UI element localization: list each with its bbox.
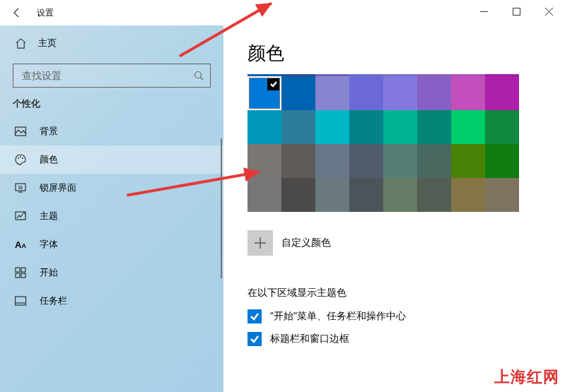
sidebar-item-5[interactable]: 开始 [0,259,223,287]
sidebar-item-0[interactable]: 背景 [0,117,223,145]
color-swatch[interactable] [281,76,315,110]
color-swatch[interactable] [315,76,349,110]
color-swatch[interactable] [485,76,519,110]
search-field[interactable] [22,70,193,81]
color-swatch[interactable] [281,178,315,212]
close-icon [545,8,553,16]
theme-icon [14,210,27,222]
color-swatch[interactable] [349,144,383,178]
sidebar-item-label: 颜色 [40,153,58,166]
sidebar-item-label: 锁屏界面 [40,182,76,194]
color-swatch[interactable] [315,178,349,212]
search-input[interactable] [13,64,211,88]
color-swatch[interactable] [451,178,485,212]
maximize-icon [513,8,520,16]
checkbox-1[interactable] [247,332,262,346]
watermark: 上海红网 [494,367,559,388]
custom-color-label: 自定义颜色 [281,237,331,249]
color-swatch[interactable] [383,110,417,144]
color-swatch[interactable] [247,76,281,110]
svg-rect-8 [16,184,25,191]
color-swatch[interactable] [451,76,485,110]
color-swatch[interactable] [451,144,485,178]
section-header: 个性化 [0,97,223,117]
svg-rect-16 [16,297,26,305]
picture-icon [14,125,27,138]
svg-point-7 [22,158,23,159]
svg-rect-13 [21,268,25,272]
window-title: 设置 [37,7,54,19]
plus-icon [254,237,267,249]
sidebar-item-3[interactable]: 主题 [0,202,223,230]
color-swatch[interactable] [315,144,349,178]
checkbox-label: "开始"菜单、任务栏和操作中心 [270,310,406,323]
svg-point-6 [20,156,21,158]
sidebar-item-label: 字体 [40,238,58,251]
color-swatch[interactable] [417,110,451,144]
content-area: 颜色 自定义颜色 在以下区域显示主题色 "开始"菜单、任务栏和操作中心标题栏和窗… [223,25,565,392]
sidebar-item-1[interactable]: 颜色 [0,145,223,174]
color-swatch[interactable] [247,144,281,178]
color-swatch[interactable] [349,178,383,212]
page-title: 颜色 [247,41,565,66]
color-swatch[interactable] [349,110,383,144]
svg-rect-14 [16,273,20,278]
sidebar-item-4[interactable]: AA字体 [0,230,223,259]
sidebar-item-2[interactable]: 锁屏界面 [0,174,223,202]
color-swatch[interactable] [349,76,383,110]
arrow-left-icon [11,7,23,18]
color-swatch[interactable] [451,110,485,144]
color-swatch[interactable] [485,110,519,144]
color-swatch[interactable] [247,110,281,144]
svg-rect-15 [21,273,25,278]
color-swatch[interactable] [417,178,451,212]
taskbar-icon [14,295,27,307]
minimize-button[interactable] [467,0,500,23]
home-icon [14,37,27,49]
back-button[interactable] [6,1,28,24]
home-label: 主页 [38,37,57,49]
sidebar-item-label: 开始 [40,266,58,279]
color-swatch[interactable] [281,144,315,178]
checkbox-label: 标题栏和窗口边框 [270,333,349,345]
sidebar-item-label: 背景 [40,125,58,138]
color-swatch[interactable] [315,110,349,144]
sidebar: 主页 个性化 背景颜色锁屏界面主题AA字体开始任务栏 [0,25,223,392]
search-icon [193,70,204,81]
svg-rect-12 [16,268,20,272]
font-icon: AA [14,238,27,251]
color-swatch-grid [247,76,565,212]
color-swatch[interactable] [417,144,451,178]
minimize-icon [480,8,488,16]
svg-point-2 [195,72,202,78]
color-swatch[interactable] [383,76,417,110]
lockscreen-icon [14,182,27,194]
color-swatch[interactable] [247,178,281,212]
color-swatch[interactable] [417,76,451,110]
custom-color-button[interactable] [247,230,273,256]
svg-rect-9 [19,186,22,189]
start-icon [14,266,27,279]
color-swatch[interactable] [281,110,315,144]
svg-line-3 [201,78,204,81]
sidebar-scrollbar[interactable] [221,138,222,278]
close-button[interactable] [532,0,565,23]
color-swatch[interactable] [485,178,519,212]
color-swatch[interactable] [383,178,417,212]
sidebar-item-label: 主题 [40,210,58,222]
sidebar-item-label: 任务栏 [40,295,67,307]
svg-rect-1 [513,8,520,15]
svg-point-5 [18,158,19,159]
color-swatch[interactable] [383,144,417,178]
accent-heading: 在以下区域显示主题色 [247,287,565,299]
home-button[interactable]: 主页 [0,30,223,57]
palette-icon [14,153,27,166]
sidebar-item-6[interactable]: 任务栏 [0,287,223,315]
maximize-button[interactable] [500,0,532,23]
checkbox-0[interactable] [247,309,262,323]
color-swatch[interactable] [485,144,519,178]
